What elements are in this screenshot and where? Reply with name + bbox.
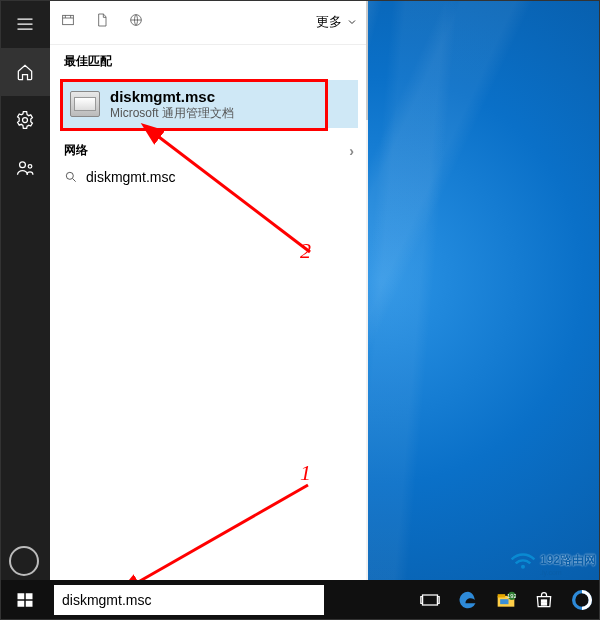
task-view-icon[interactable] (418, 588, 442, 612)
wifi-icon (510, 551, 536, 575)
svg-rect-23 (542, 603, 544, 605)
svg-rect-21 (542, 600, 544, 602)
svg-rect-10 (26, 593, 33, 599)
start-button[interactable] (0, 580, 50, 620)
svg-rect-18 (500, 599, 508, 604)
windows-logo-icon (16, 591, 34, 609)
svg-rect-22 (544, 600, 546, 602)
web-group-label: 网络 (64, 142, 88, 159)
annotation-box-2 (60, 79, 328, 131)
watermark: 192路由网 .ly.com (510, 550, 596, 576)
search-input[interactable] (62, 592, 316, 608)
svg-rect-3 (63, 15, 74, 24)
app-icon[interactable] (570, 588, 594, 612)
svg-point-1 (20, 162, 26, 168)
search-panel-top: 更多 (50, 0, 368, 45)
document-icon[interactable] (94, 12, 110, 32)
chevron-down-icon (346, 16, 358, 28)
search-icon (64, 170, 78, 184)
taskbar: 192 (0, 580, 600, 620)
svg-rect-11 (18, 601, 25, 607)
settings-gear-icon[interactable] (0, 96, 50, 144)
scrollbar[interactable] (366, 0, 368, 580)
svg-rect-14 (421, 597, 423, 604)
svg-point-5 (66, 173, 73, 180)
svg-point-2 (28, 165, 32, 169)
svg-rect-15 (438, 597, 440, 604)
edge-icon[interactable] (456, 588, 480, 612)
svg-rect-9 (18, 593, 25, 599)
home-icon[interactable] (0, 48, 50, 96)
more-label: 更多 (316, 13, 342, 31)
explorer-icon[interactable]: 192 (494, 588, 518, 612)
svg-rect-12 (26, 601, 33, 607)
web-search-item[interactable]: diskmgmt.msc (50, 163, 368, 191)
chevron-right-icon: › (349, 143, 354, 159)
watermark-brand: 192路由网 (540, 553, 596, 567)
recent-icon[interactable] (60, 12, 76, 32)
svg-rect-17 (498, 594, 506, 597)
best-match-header: 最佳匹配 (50, 45, 368, 76)
start-rail (0, 0, 50, 580)
hamburger-icon[interactable] (0, 0, 50, 48)
web-item-label: diskmgmt.msc (86, 169, 175, 185)
svg-rect-13 (423, 595, 438, 605)
store-icon[interactable] (532, 588, 556, 612)
more-dropdown[interactable]: 更多 (316, 13, 358, 31)
account-icon[interactable] (0, 144, 50, 192)
watermark-url: .ly.com (540, 569, 596, 576)
cortana-circle-icon[interactable] (9, 546, 39, 576)
svg-text:192: 192 (507, 593, 516, 599)
web-icon[interactable] (128, 12, 144, 32)
taskbar-search-box[interactable] (54, 585, 324, 615)
svg-rect-24 (544, 603, 546, 605)
svg-point-0 (23, 118, 28, 123)
annotation-number-2: 2 (300, 238, 311, 264)
annotation-number-1: 1 (300, 460, 311, 486)
svg-point-8 (521, 565, 525, 569)
web-group-header[interactable]: 网络 › (50, 132, 368, 163)
